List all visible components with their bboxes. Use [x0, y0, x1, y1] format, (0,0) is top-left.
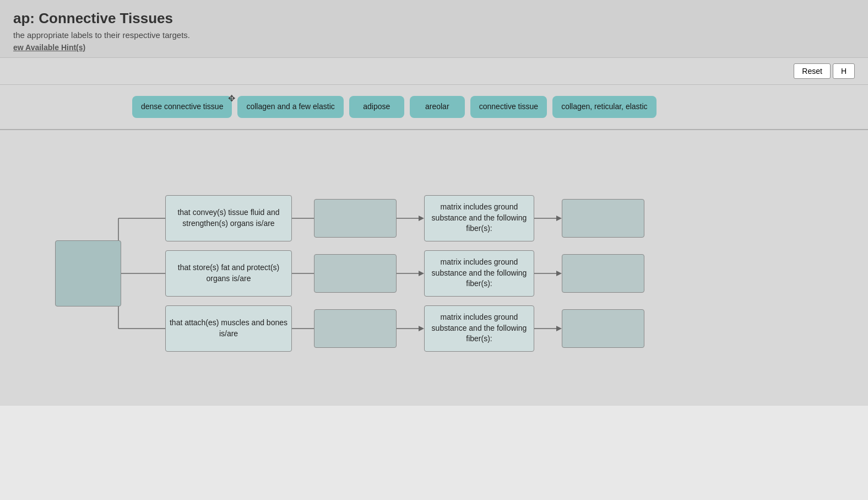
page-header: ap: Connective Tissues the appropriate l… [0, 0, 868, 58]
text-box-store: that store(s) fat and protect(s) organs … [165, 250, 292, 297]
text-box-convey: that convey(s) tissue fluid and strength… [165, 195, 292, 241]
drop-zone-fiber-1[interactable] [562, 199, 644, 238]
drop-zone-fiber-2[interactable] [562, 254, 644, 293]
svg-marker-9 [556, 216, 562, 221]
reset-button[interactable]: Reset [794, 63, 831, 79]
label-connective-tissue[interactable]: connective tissue [470, 96, 547, 118]
label-collagen-reticular[interactable]: collagen, reticular, elastic [552, 96, 656, 118]
matrix-box-3: matrix includes ground substance and the… [424, 305, 534, 352]
drop-zone-convey[interactable] [314, 199, 397, 238]
drop-zone-fiber-3[interactable] [562, 309, 644, 348]
toolbar: Reset H [0, 58, 868, 85]
matrix-box-1: matrix includes ground substance and the… [424, 195, 534, 241]
page-title: ap: Connective Tissues [13, 10, 855, 27]
drop-zone-attach[interactable] [314, 309, 397, 348]
matrix-box-2: matrix includes ground substance and the… [424, 250, 534, 297]
page-subtitle: the appropriate labels to their respecti… [13, 30, 855, 40]
drop-zone-main[interactable] [55, 240, 121, 307]
drag-icon: ✥ [228, 93, 235, 105]
svg-marker-21 [556, 326, 562, 331]
svg-marker-19 [419, 326, 424, 331]
label-collagen-elastic[interactable]: collagen and a few elastic [237, 96, 343, 118]
text-box-attach: that attach(es) muscles and bones is/are [165, 305, 292, 352]
svg-marker-7 [419, 216, 424, 221]
svg-marker-13 [419, 271, 424, 276]
diagram-container: that convey(s) tissue fluid and strength… [28, 147, 854, 389]
label-areolar[interactable]: areolar [410, 96, 465, 118]
label-adipose[interactable]: adipose [349, 96, 404, 118]
hide-button[interactable]: H [833, 63, 855, 79]
svg-marker-15 [556, 271, 562, 276]
hint-link[interactable]: ew Available Hint(s) [13, 43, 855, 52]
drop-zone-store[interactable] [314, 254, 397, 293]
labels-section: dense connective tissue ✥ collagen and a… [0, 85, 868, 130]
diagram-section: that convey(s) tissue fluid and strength… [0, 130, 868, 406]
label-dense[interactable]: dense connective tissue ✥ [132, 96, 232, 118]
